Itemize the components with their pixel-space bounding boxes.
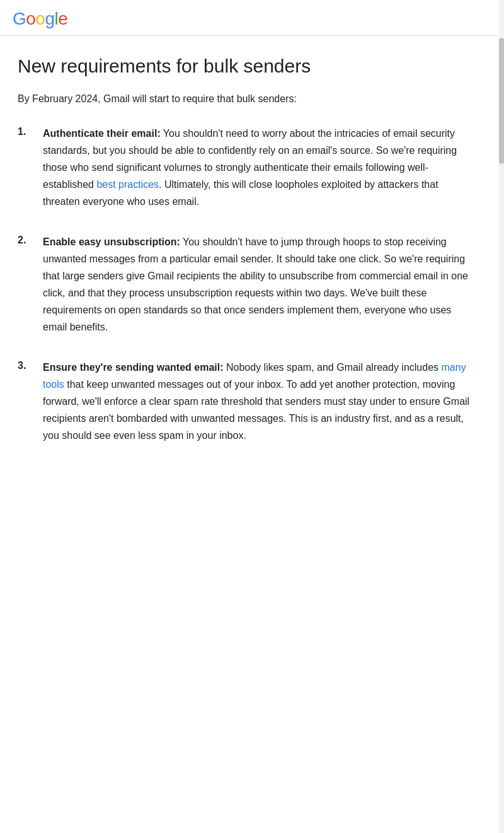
list-item: 1. Authenticate their email: You shouldn… <box>18 125 474 211</box>
logo-letter-e: e <box>58 9 67 28</box>
list-item: 2. Enable easy unsubscription: You shoul… <box>18 233 474 336</box>
list-number-3: 3. <box>18 359 33 371</box>
list-bold-label-3: Ensure they're sending wanted email: <box>43 362 224 373</box>
scrollbar-thumb[interactable] <box>499 38 504 164</box>
requirements-list: 1. Authenticate their email: You shouldn… <box>18 125 474 445</box>
logo-letter-o2: o <box>35 9 45 28</box>
list-text-before-link-3: Nobody likes spam, and Gmail already inc… <box>224 362 442 373</box>
list-number-1: 1. <box>18 125 33 137</box>
scrollbar-track[interactable] <box>499 0 504 833</box>
list-number-2: 2. <box>18 233 33 246</box>
list-item-content-2: Enable easy unsubscription: You shouldn'… <box>43 233 474 336</box>
logo-letter-o1: o <box>26 9 35 28</box>
logo-letter-g2: g <box>45 9 54 28</box>
list-item-content-3: Ensure they're sending wanted email: Nob… <box>43 359 474 445</box>
best-practices-link[interactable]: best practices <box>96 179 159 190</box>
list-bold-label-1: Authenticate their email: <box>43 128 161 139</box>
google-logo: Google <box>13 10 67 28</box>
page-title: New requirements for bulk senders <box>18 54 474 78</box>
list-text-after-link-3: that keep unwanted messages out of your … <box>43 379 469 441</box>
list-item-content-1: Authenticate their email: You shouldn't … <box>43 125 474 211</box>
page-header: Google <box>0 0 504 36</box>
main-content: New requirements for bulk senders By Feb… <box>0 36 491 492</box>
logo-letter-g: G <box>13 9 26 28</box>
list-text-2: You shouldn't have to jump through hoops… <box>43 236 468 333</box>
list-item: 3. Ensure they're sending wanted email: … <box>18 359 474 445</box>
intro-text: By February 2024, Gmail will start to re… <box>18 91 474 107</box>
list-bold-label-2: Enable easy unsubscription: <box>43 236 180 247</box>
